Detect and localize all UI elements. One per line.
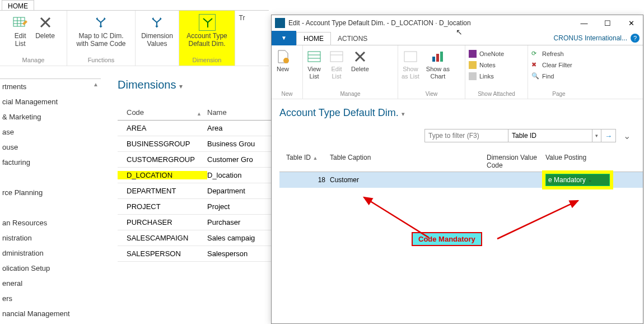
cell-name[interactable]: Area — [207, 124, 280, 132]
show-as-chart-button[interactable]: Show asChart — [423, 49, 453, 80]
new-doc-icon — [275, 49, 291, 64]
cell-caption[interactable]: Customer — [330, 176, 487, 184]
cell-name[interactable]: Sales campaig — [207, 234, 280, 242]
nav-item[interactable]: facturing — [0, 155, 101, 170]
cell-code[interactable]: DEPARTMENT — [118, 187, 207, 195]
onenote-button[interactable]: OneNote — [469, 50, 524, 58]
cell-code[interactable]: D_LOCATION — [118, 171, 207, 179]
minimize-button[interactable]: — — [572, 15, 596, 31]
links-icon — [469, 72, 477, 80]
company-label: CRONUS International... — [374, 34, 631, 42]
nav-item[interactable]: ase — [0, 124, 101, 140]
maximize-button[interactable]: ☐ — [596, 15, 619, 31]
list-view-icon — [403, 49, 418, 64]
nav-item[interactable]: eneral — [0, 276, 101, 291]
refresh-icon: ⟳ — [531, 50, 539, 58]
apply-filter-button[interactable]: → — [601, 129, 616, 142]
app-icon — [275, 18, 285, 28]
nav-item[interactable]: nistration — [0, 230, 101, 246]
cell-code[interactable]: SALESCAMPAIGN — [118, 234, 207, 242]
cell-name[interactable]: Salesperson — [207, 249, 280, 258]
filter-input[interactable] — [424, 129, 508, 142]
nav-item[interactable]: an Resources — [0, 215, 101, 230]
nav-item[interactable]: olication Setup — [0, 261, 101, 276]
delete-button[interactable]: Delete — [348, 49, 372, 80]
annotation-label: Code Mandatory — [412, 232, 482, 246]
svg-rect-24 — [440, 52, 443, 62]
cell-code[interactable]: CUSTOMERGROUP — [118, 155, 207, 164]
clear-filter-icon: ✖ — [531, 61, 539, 69]
close-button[interactable]: ✕ — [619, 15, 643, 31]
nav-item[interactable]: rtments — [0, 79, 101, 94]
menu-dropdown[interactable]: ▼ — [272, 31, 296, 45]
svg-marker-9 — [99, 26, 102, 27]
arrows-box-icon — [199, 14, 216, 31]
find-button[interactable]: 🔍Find — [531, 72, 586, 80]
notes-icon — [469, 61, 477, 69]
clear-filter-button[interactable]: ✖Clear Filter — [531, 61, 586, 69]
value-posting-cell[interactable]: e Mandatory ⌄ — [545, 174, 610, 186]
refresh-button[interactable]: ⟳Refresh — [531, 50, 586, 58]
onenote-icon — [469, 50, 477, 58]
nav-item[interactable]: cial Management — [0, 94, 101, 109]
tab-actions[interactable]: ACTIONS — [331, 33, 374, 45]
chevron-down-icon[interactable]: ⌄ — [588, 177, 592, 183]
account-type-default-dim-button[interactable]: Account Type Default Dim. — [183, 14, 231, 48]
show-as-list-button: Showas List — [398, 49, 423, 80]
cell-name[interactable]: Customer Gro — [207, 155, 280, 164]
cell-code[interactable]: PROJECT — [118, 202, 207, 211]
nav-item — [0, 170, 101, 185]
view-list-button[interactable]: ViewList — [303, 49, 325, 80]
nav-item[interactable]: rce Planning — [0, 185, 101, 200]
scroll-up-icon[interactable]: ▲ — [93, 81, 99, 87]
cell-name[interactable]: Project — [207, 202, 280, 211]
page-title: Dimensions — [118, 78, 176, 91]
title-chevron-icon[interactable]: ▾ — [179, 82, 183, 90]
col-table-id[interactable]: Table ID ▲ — [279, 154, 330, 169]
delete-icon — [352, 49, 368, 64]
cell-code[interactable]: PURCHASER — [118, 218, 207, 226]
cell-code[interactable]: BUSINESSGROUP — [118, 140, 207, 148]
col-value-posting[interactable]: Value Posting — [545, 154, 610, 169]
cell-code[interactable]: SALESPERSON — [118, 249, 207, 258]
cell-code[interactable]: AREA — [118, 124, 207, 132]
notes-button[interactable]: Notes — [469, 61, 524, 69]
table-row[interactable]: 18 Customer e Mandatory ⌄ — [279, 172, 643, 188]
group-label: Dimension — [179, 55, 235, 66]
new-button[interactable]: New — [272, 49, 294, 73]
svg-rect-21 — [404, 52, 417, 62]
tab-home[interactable]: HOME — [296, 32, 331, 45]
delete-button[interactable]: Delete — [32, 14, 58, 48]
col-header-code[interactable]: Code▲ — [118, 108, 207, 117]
nav-item[interactable]: nancial Management — [0, 306, 101, 321]
group-label: Manage — [0, 55, 67, 66]
col-table-caption[interactable]: Table Caption — [330, 154, 487, 169]
col-header-name[interactable]: Name — [207, 108, 280, 117]
cursor-icon: ↖ — [456, 27, 463, 36]
cell-table-id[interactable]: 18 — [279, 176, 330, 184]
filter-field-dropdown[interactable]: ▾ — [592, 129, 601, 142]
map-ic-dim-button[interactable]: Map to IC Dim. with Same Code — [73, 14, 129, 48]
cell-name[interactable]: Department — [207, 187, 280, 195]
cell-name[interactable]: Business Grou — [207, 140, 280, 148]
filter-field-input[interactable] — [508, 129, 592, 142]
truncated-button[interactable]: Tr — [236, 14, 249, 22]
cell-name[interactable]: D_location — [207, 171, 280, 179]
svg-rect-22 — [432, 57, 435, 62]
col-dim-value-code[interactable]: Dimension Value Code — [487, 154, 545, 169]
main-ribbon: Edit List Delete Manage Map to IC Dim. w… — [0, 10, 269, 66]
expand-filter-button[interactable]: ⌄ — [620, 129, 633, 142]
nav-item — [0, 200, 101, 215]
nav-item[interactable]: & Marketing — [0, 109, 101, 124]
title-chevron-icon[interactable]: ▾ — [402, 110, 405, 117]
links-button[interactable]: Links — [469, 72, 524, 80]
edit-list-button[interactable]: Edit List — [8, 14, 32, 48]
cell-name[interactable]: Purchaser — [207, 218, 280, 226]
nav-item[interactable]: ers — [0, 291, 101, 306]
nav-item[interactable]: dministration — [0, 246, 101, 261]
arrows3-icon — [148, 14, 165, 31]
nav-item[interactable]: inance — [0, 321, 101, 324]
dimension-values-button[interactable]: Dimension Values — [138, 14, 176, 48]
nav-item[interactable]: ouse — [0, 140, 101, 155]
help-icon[interactable]: ? — [631, 34, 640, 43]
